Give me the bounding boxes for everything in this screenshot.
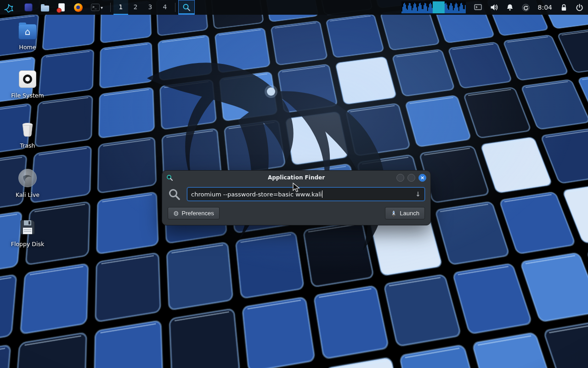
preferences-label: Preferences [182, 210, 214, 217]
taskbar-appfinder-button[interactable] [178, 0, 195, 15]
kali-logo-icon [3, 2, 13, 12]
close-button[interactable]: × [418, 174, 426, 182]
taskbar-firefox-button[interactable] [70, 0, 86, 15]
top-panel: >_ ▾ 1 2 3 4 [0, 0, 588, 15]
window-controls: × [396, 174, 426, 182]
desktop-icon-label: Floppy Disk [11, 241, 44, 247]
launch-label: Launch [400, 210, 419, 217]
launch-rocket-icon [390, 210, 397, 217]
finder-title: Application Finder [162, 174, 430, 181]
folder-icon [41, 6, 49, 12]
notification-bell-icon[interactable] [506, 4, 514, 11]
document-red-badge [57, 8, 62, 13]
desktop-icon-label: Kali Live [16, 191, 40, 198]
desktop-icon-floppy-disk[interactable]: Floppy Disk [5, 218, 51, 260]
taskbar-file-manager-button[interactable] [37, 0, 53, 15]
lock-icon[interactable] [560, 4, 567, 12]
file-system-drive-icon [19, 70, 36, 88]
desktop-icon-label: Home [19, 44, 36, 51]
app-window-icon [24, 3, 33, 12]
search-input-value: chromium --password-store=basic www.kali [191, 191, 322, 198]
terminal-icon: >_ [91, 4, 100, 11]
taskbar-app-window-button[interactable] [20, 0, 37, 15]
text-caret [322, 190, 322, 198]
launch-button[interactable]: Launch [385, 207, 425, 219]
close-icon: × [420, 175, 424, 180]
workspace-3-button[interactable]: 3 [143, 0, 158, 15]
panel-right-section: 8:04 [401, 1, 588, 13]
desktop-icon-kali-live[interactable]: Kali Live [5, 169, 51, 211]
history-dropdown-arrow-icon[interactable]: ↓ [413, 190, 421, 198]
terminal-monitor-icon[interactable] [474, 4, 482, 11]
power-logout-icon[interactable] [576, 4, 583, 12]
desktop-icon-home[interactable]: ⌂ Home [5, 21, 51, 63]
search-icon [182, 3, 191, 12]
gear-icon: ⚙ [173, 210, 179, 217]
home-glyph: ⌂ [25, 27, 31, 36]
document-icon [58, 3, 65, 12]
desktop-icon-trash[interactable]: Trash [5, 120, 51, 162]
update-refresh-icon[interactable] [522, 4, 530, 12]
minimize-button[interactable] [396, 174, 404, 182]
trash-can-icon [18, 120, 37, 138]
clock[interactable]: 8:04 [538, 4, 552, 11]
desktop-icon-list: ⌂ Home File System Trash Kali Li [5, 21, 51, 267]
application-finder-window: Application Finder × chromium --password… [162, 170, 431, 225]
chevron-down-icon: ▾ [101, 5, 103, 10]
panel-separator [110, 3, 111, 12]
cpu-graph[interactable] [401, 1, 466, 13]
firefox-globe [76, 6, 80, 9]
search-input[interactable]: chromium --password-store=basic www.kali… [187, 187, 425, 201]
floppy-disk-icon [18, 218, 37, 236]
kali-live-disc-icon [18, 169, 37, 187]
workspace-2-button[interactable]: 2 [128, 0, 143, 15]
workspace-1-button[interactable]: 1 [113, 0, 128, 15]
taskbar-terminal-button[interactable]: >_ ▾ [86, 0, 107, 15]
cpu-graph-bars [401, 1, 466, 13]
desktop-icon-label: File System [11, 92, 44, 99]
preferences-button[interactable]: ⚙ Preferences [168, 207, 220, 219]
desktop-icon-label: Trash [20, 142, 35, 149]
mouse-cursor [292, 183, 301, 193]
maximize-button[interactable] [407, 174, 415, 182]
volume-icon[interactable] [490, 4, 498, 11]
panel-separator [175, 3, 175, 12]
drive-ring [23, 75, 32, 84]
firefox-icon [74, 3, 83, 12]
workspace-4-button[interactable]: 4 [158, 0, 172, 15]
search-icon [168, 188, 181, 201]
desktop-icon-file-system[interactable]: File System [5, 70, 51, 113]
taskbar-document-button[interactable] [53, 0, 70, 15]
finder-window-icon [166, 174, 173, 181]
window-button-list: >_ ▾ [20, 0, 107, 15]
desktop-screen: ⌂ Home File System Trash Kali Li [0, 0, 588, 368]
home-folder-icon: ⌂ [18, 24, 37, 40]
finder-button-row: ⚙ Preferences Launch [168, 207, 425, 219]
applications-menu-button[interactable] [0, 0, 17, 15]
